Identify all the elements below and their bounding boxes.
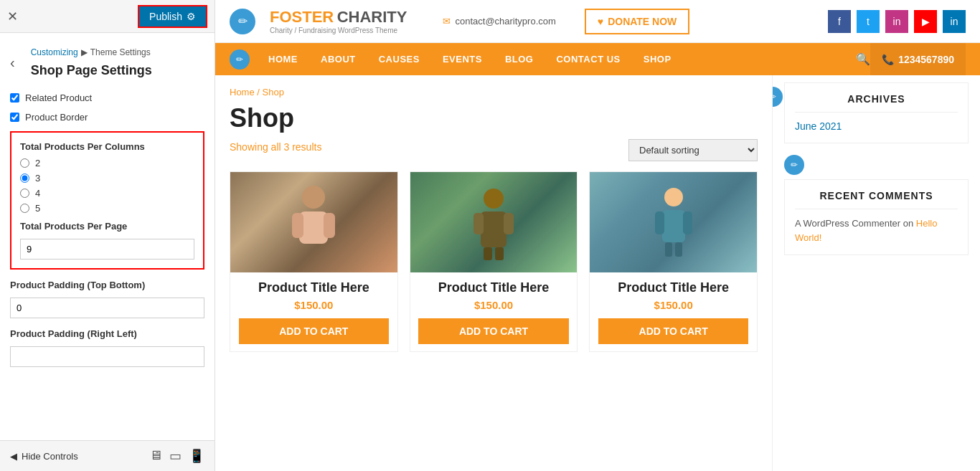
right-sidebar: ✏ ARCHIVES June 2021 ✏ RECENT COMMENTS A… [772,75,980,471]
breadcrumb-home[interactable]: Home [230,87,255,97]
widget-edit-icon-2[interactable]: ✏ [784,155,804,175]
radio-5-label: 5 [35,203,40,214]
desktop-icon[interactable]: 🖥 [149,448,162,464]
shop-heading: Shop [230,103,758,133]
svg-rect-11 [495,247,504,260]
instagram-icon[interactable]: in [885,10,908,33]
radio-2[interactable] [20,158,29,168]
gear-icon: ⚙ [187,11,196,22]
radio-3-row: 3 [20,173,194,184]
svg-rect-3 [324,213,335,238]
twitter-icon[interactable]: t [857,10,880,33]
hide-controls-label: Hide Controls [22,451,78,462]
product-card-3: Product Title Here $150.00 Add to cart [589,171,758,352]
nav-items: HOME ABOUT CAUSES EVENTS BLOG CONTACT US… [257,43,856,75]
related-product-label: Related Product [25,92,92,103]
donate-label: DONATE NOW [608,16,677,27]
product-image-3 [590,172,757,272]
svg-rect-17 [675,242,682,257]
recent-comments-widget: RECENT COMMENTS A WordPress Commenter on… [784,179,969,255]
arrow-left-icon: ◀ [10,451,17,462]
donate-button[interactable]: ♥ DONATE NOW [585,9,690,34]
header-contact: ✉ contact@charitypro.com [443,16,555,27]
nav-shop[interactable]: SHOP [632,43,683,75]
sort-select[interactable]: Default sorting Sort by popularity Sort … [628,139,758,161]
svg-rect-2 [292,213,303,238]
youtube-icon[interactable]: ▶ [914,10,937,33]
shop-toolbar: Showing all 3 results Default sorting So… [230,139,758,161]
svg-point-12 [664,188,683,206]
add-to-cart-button-3[interactable]: Add to cart [598,318,748,344]
nav-contact-us[interactable]: CONTACT US [545,43,631,75]
search-icon[interactable]: 🔍 [856,52,870,66]
shop-breadcrumb: Home / Shop [230,87,758,97]
archive-june-2021[interactable]: June 2021 [795,120,842,132]
logo-foster: FOSTER [270,8,334,26]
product-border-row: Product Border [10,112,204,123]
back-arrow[interactable]: ‹ [10,54,15,71]
padding-right-left-section: Product Padding (Right Left) [10,328,204,367]
logo-sub: Charity / Fundraising WordPress Theme [270,27,407,34]
site-header: ✏ FOSTER CHARITY Charity / Fundraising W… [215,0,980,43]
linkedin-icon[interactable]: in [943,10,966,33]
nav-home[interactable]: HOME [257,43,309,75]
bottom-bar: ◀ Hide Controls 🖥 ▭ 📱 [0,440,215,471]
right-panel: ✏ FOSTER CHARITY Charity / Fundraising W… [215,0,980,471]
radio-2-label: 2 [35,158,40,168]
mobile-icon[interactable]: 📱 [189,448,204,464]
svg-rect-10 [484,247,492,260]
breadcrumb-slash: / [257,87,262,97]
radio-5-row: 5 [20,203,194,214]
product-border-checkbox[interactable] [10,113,19,122]
radio-4[interactable] [20,189,29,198]
left-panel: ✕ Publish ⚙ ‹ Customizing ▶ Theme Settin… [0,0,215,471]
nav-events[interactable]: EVENTS [431,43,494,75]
padding-top-bottom-input[interactable] [10,298,204,318]
widget-edit-icon[interactable]: ✏ [772,87,783,107]
product-image-2 [410,172,578,272]
svg-rect-15 [683,211,692,234]
product-price-1: $150.00 [230,299,397,311]
nav-blog[interactable]: BLOG [494,43,545,75]
radio-3[interactable] [20,173,29,183]
padding-top-bottom-label: Product Padding (Top Bottom) [10,280,204,290]
close-button[interactable]: ✕ [7,9,18,24]
phone-number: 1234567890 [898,54,954,65]
add-to-cart-button-1[interactable]: Add to cart [239,318,389,344]
padding-right-left-input[interactable] [10,346,204,367]
add-to-cart-button-2[interactable]: Add to cart [418,318,568,344]
breadcrumb-customizing[interactable]: Customizing [31,47,78,57]
radio-5[interactable] [20,204,29,213]
padding-right-left-label: Product Padding (Right Left) [10,328,204,339]
nav-edit-icon[interactable]: ✏ [230,49,250,70]
nav-about[interactable]: ABOUT [309,43,367,75]
nav-causes[interactable]: CAUSES [367,43,431,75]
email-icon: ✉ [443,16,451,27]
tablet-icon[interactable]: ▭ [169,448,182,464]
archives-title: ARCHIVES [795,93,958,113]
svg-point-0 [302,186,325,209]
related-product-checkbox[interactable] [10,93,19,103]
header-edit-icon[interactable]: ✏ [230,9,255,34]
showing-results: Showing all 3 results [230,141,321,153]
total-per-page-input[interactable] [20,239,194,260]
breadcrumb-theme-settings: Theme Settings [90,47,151,57]
nav-phone: 📞 1234567890 [870,43,966,75]
hide-controls-button[interactable]: ◀ Hide Controls [10,451,78,462]
svg-rect-16 [665,242,672,257]
facebook-icon[interactable]: f [828,10,851,33]
recent-comments-title: RECENT COMMENTS [795,190,958,209]
main-content: Home / Shop Shop Showing all 3 results D… [215,75,980,471]
related-product-row: Related Product [10,92,204,103]
breadcrumb-separator: ▶ [81,47,88,57]
svg-point-6 [484,189,504,209]
top-bar: ✕ Publish ⚙ [0,0,215,33]
svg-rect-8 [473,213,484,234]
svg-rect-13 [662,210,685,242]
publish-button[interactable]: Publish ⚙ [138,5,207,28]
product-title-3: Product Title Here [590,272,757,299]
padding-top-bottom-section: Product Padding (Top Bottom) [10,280,204,318]
phone-icon: 📞 [882,54,894,65]
archives-widget: ARCHIVES June 2021 [784,82,969,143]
svg-rect-7 [481,211,507,247]
